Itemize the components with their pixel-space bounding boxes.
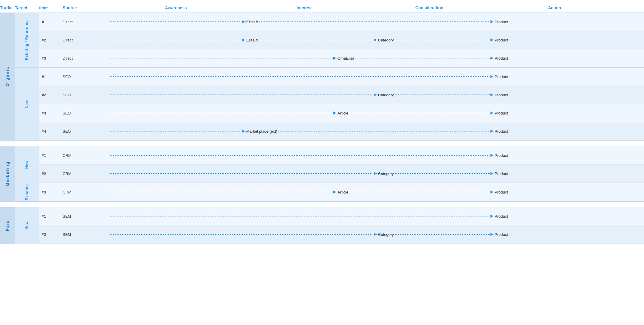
svg-marker-26 [374,93,377,96]
journey-svg: Product [110,207,617,225]
subgroup: New #1 SEO Product #2 SEO CategoryProduc… [15,68,644,140]
svg-marker-19 [490,57,493,60]
rows-container: #1 SEO Product #2 SEO CategoryProduct #3… [39,68,644,140]
table-row: #1 SEM Product [39,207,644,225]
svg-text:Product: Product [495,56,508,61]
journey-area: Market place (ext)Product [110,122,617,140]
cell-source: SEO [63,111,110,115]
svg-marker-64 [490,233,493,236]
svg-marker-11 [374,38,377,41]
journey-area: CategoryProduct [110,165,617,182]
cell-priority: #3 [39,190,63,194]
table-row: #1 CRM Product [39,146,644,165]
journey-svg: ArticleProduct [110,104,617,122]
svg-marker-62 [374,233,377,236]
journey-svg: Product [110,68,617,86]
traffic-group: MarketingNew #1 CRM Product #2 CRM Categ… [0,146,644,202]
header-target: Target [15,5,39,10]
journey-area: Product [110,207,617,225]
svg-text:Article: Article [338,190,348,194]
svg-text:Category: Category [378,171,394,176]
table-body: OrganicExisting / Returning #1 Direct El… [0,13,644,244]
svg-marker-40 [490,130,493,133]
subgroup: New #1 SEM Product #2 SEM CategoryProduc… [15,207,644,244]
cell-priority: #1 [39,214,63,219]
cell-source: SEM [63,214,110,219]
table-row: #1 SEO Product [39,68,644,86]
journey-area: Product [110,146,617,164]
table-row: #2 SEO CategoryProduct [39,86,644,104]
svg-text:Category: Category [378,232,394,237]
svg-text:Product: Product [495,171,508,176]
table-row: #3 SEO ArticleProduct [39,104,644,122]
journey-area: CategoryProduct [110,225,617,243]
rows-container: #1 Direct Elisa.fiProduct #2 Direct Elis… [39,13,644,67]
journey-area: CategoryProduct [110,86,617,104]
table-row: #4 SEO Market place (ext)Product [39,122,644,140]
cell-priority: #2 [39,232,63,237]
svg-text:Product: Product [495,38,508,42]
journey-svg: CategoryProduct [110,225,617,243]
cell-source: SEO [63,93,110,97]
group-spacer [0,141,644,146]
cell-priority: #1 [39,153,63,158]
cell-source: SEO [63,129,110,134]
target-label: Existing / Returning [15,13,39,67]
svg-text:Product: Product [495,232,508,237]
cell-source: Direct [63,38,110,42]
cell-priority: #1 [39,20,63,24]
svg-text:Market place (ext): Market place (ext) [246,129,277,134]
cell-source: Direct [63,20,110,24]
svg-marker-58 [490,215,493,218]
header-source: Source [63,5,110,10]
svg-marker-43 [490,154,493,157]
cell-priority: #2 [39,38,63,42]
group-spacer [0,202,644,207]
header-priority: Prior. [39,6,63,10]
inner-groups: New #1 CRM Product #2 CRM CategoryProduc… [15,146,644,201]
svg-marker-49 [490,172,493,175]
target-label: New [15,146,39,183]
journey-area: ArticleProduct [110,183,617,201]
cell-source: Direct [63,56,110,61]
cell-source: CRM [63,153,110,158]
svg-text:Elisa.fi: Elisa.fi [246,20,258,24]
table-row: #2 Direct Elisa.fiCategoryProduct [39,31,644,49]
subgroup: New #1 CRM Product #2 CRM CategoryProduc… [15,146,644,183]
svg-text:Product: Product [495,190,508,194]
main-table: Traffic Target Prior. Source Awareness I… [0,0,644,325]
svg-marker-28 [490,93,493,96]
svg-text:Article: Article [338,111,348,115]
table-row: #2 CRM CategoryProduct [39,165,644,183]
cell-priority: #2 [39,93,63,97]
svg-text:Product: Product [495,75,508,79]
table-row: #3 CRM ArticleProduct [39,183,644,201]
target-label: Existing [15,183,39,201]
header-consideration: Consideration [367,5,492,10]
journey-svg: Elisa.fiCategoryProduct [110,31,617,49]
inner-groups: Existing / Returning #1 Direct Elisa.fiP… [15,13,644,140]
target-label: New [15,207,39,244]
table-header: Traffic Target Prior. Source Awareness I… [0,3,644,13]
svg-marker-13 [490,38,493,41]
svg-marker-53 [333,191,336,194]
svg-text:Category: Category [378,93,394,97]
journey-svg: ArticleProduct [110,183,617,201]
svg-marker-4 [490,20,493,23]
table-row: #2 SEM CategoryProduct [39,225,644,244]
svg-text:Product: Product [495,93,508,97]
journey-svg: Product [110,146,617,164]
subgroup: Existing / Returning #1 Direct Elisa.fiP… [15,13,644,67]
cell-priority: #3 [39,56,63,61]
rows-container: #1 SEM Product #2 SEM CategoryProduct [39,207,644,244]
traffic-group: OrganicExisting / Returning #1 Direct El… [0,13,644,141]
traffic-label: Paid [0,207,15,244]
cell-source: CRM [63,171,110,176]
header-interest: Interest [242,5,367,10]
cell-priority: #3 [39,111,63,115]
svg-marker-17 [333,57,336,60]
header-action: Action [492,5,617,10]
target-label: New [15,68,39,140]
svg-text:Product: Product [495,20,508,24]
svg-marker-34 [490,112,493,114]
